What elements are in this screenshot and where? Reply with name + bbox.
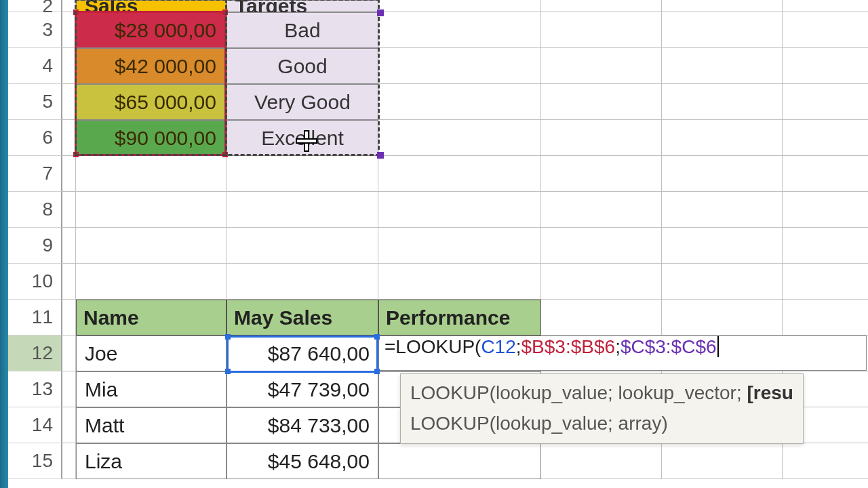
cell-B4[interactable]: $42 000,00 <box>76 48 226 84</box>
cell-A12[interactable] <box>62 336 76 371</box>
cell-A15[interactable] <box>62 443 76 479</box>
cell-C14[interactable]: $84 733,00 <box>226 407 378 443</box>
cell-A10[interactable] <box>62 264 76 300</box>
cell-B12[interactable]: Joe <box>76 336 226 371</box>
cell-E7[interactable] <box>541 156 662 192</box>
cell-A5[interactable] <box>62 84 76 120</box>
spreadsheet-view[interactable]: 2 Sales Targets 3 $28 000,00 Bad 4 $42 0… <box>0 0 868 488</box>
cell-C3[interactable]: Bad <box>226 12 378 48</box>
cell-C8[interactable] <box>226 192 378 228</box>
cell-E10[interactable] <box>541 264 662 300</box>
cell-F15[interactable] <box>662 443 783 479</box>
row-header-5[interactable]: 5 <box>8 84 62 120</box>
cell-D2[interactable] <box>378 0 541 12</box>
cell-F8[interactable] <box>662 192 783 228</box>
row-header-2[interactable]: 2 <box>8 0 62 12</box>
cell-C4[interactable]: Good <box>226 48 378 84</box>
cell-F3[interactable] <box>662 12 783 48</box>
cell-C11[interactable]: May Sales <box>226 300 378 336</box>
cell-F11[interactable] <box>662 300 783 336</box>
cell-F10[interactable] <box>662 264 783 300</box>
row-header-10[interactable]: 10 <box>8 264 62 300</box>
cell-F2[interactable] <box>662 0 783 12</box>
cell-B3[interactable]: $28 000,00 <box>76 12 226 48</box>
cell-G5[interactable] <box>783 84 868 120</box>
cell-C9[interactable] <box>226 228 378 264</box>
cell-B14[interactable]: Matt <box>76 407 226 443</box>
cell-C2[interactable]: Targets <box>226 0 378 12</box>
cell-E3[interactable] <box>541 12 662 48</box>
cell-B15[interactable]: Liza <box>76 443 226 479</box>
cell-E2[interactable] <box>541 0 662 12</box>
cell-D15[interactable] <box>378 443 541 479</box>
cell-G7[interactable] <box>783 156 868 192</box>
cell-C7[interactable] <box>226 156 378 192</box>
cell-C5[interactable]: Very Good <box>226 84 378 120</box>
cell-G15[interactable] <box>783 443 868 479</box>
cell-D3[interactable] <box>378 12 541 48</box>
cell-F4[interactable] <box>662 48 783 84</box>
cell-B10[interactable] <box>76 264 226 300</box>
row-header-3[interactable]: 3 <box>8 12 62 48</box>
row-header-8[interactable]: 8 <box>8 192 62 228</box>
cell-A2[interactable] <box>62 0 76 12</box>
row-header-15[interactable]: 15 <box>8 443 62 479</box>
cell-B2[interactable]: Sales <box>76 0 226 12</box>
cell-D8[interactable] <box>378 192 541 228</box>
cell-B8[interactable] <box>76 192 226 228</box>
row-header-13[interactable]: 13 <box>8 371 62 407</box>
cell-G8[interactable] <box>783 192 868 228</box>
cell-D7[interactable] <box>378 156 541 192</box>
cell-F7[interactable] <box>662 156 783 192</box>
cell-A9[interactable] <box>62 228 76 264</box>
cell-A14[interactable] <box>62 407 76 443</box>
cell-G9[interactable] <box>783 228 868 264</box>
cell-A11[interactable] <box>62 300 76 336</box>
cell-D4[interactable] <box>378 48 541 84</box>
cell-G11[interactable] <box>783 300 868 336</box>
tooltip-overload-1[interactable]: LOOKUP(lookup_value; lookup_vector; [res… <box>410 378 793 409</box>
formula-editor[interactable]: =LOOKUP(C12;$B$3:$B$6;$C$3:$C$6 <box>378 336 867 371</box>
formula-tooltip[interactable]: LOOKUP(lookup_value; lookup_vector; [res… <box>400 373 804 444</box>
cell-A6[interactable] <box>62 120 76 156</box>
cell-F6[interactable] <box>662 120 783 156</box>
cell-G6[interactable] <box>783 120 868 156</box>
cell-G2[interactable] <box>783 0 868 12</box>
grid[interactable]: 2 Sales Targets 3 $28 000,00 Bad 4 $42 0… <box>8 0 868 488</box>
cell-D9[interactable] <box>378 228 541 264</box>
cell-E6[interactable] <box>541 120 662 156</box>
cell-E5[interactable] <box>541 84 662 120</box>
cell-E4[interactable] <box>541 48 662 84</box>
cell-D10[interactable] <box>378 264 541 300</box>
cell-C10[interactable] <box>226 264 378 300</box>
cell-A13[interactable] <box>62 371 76 407</box>
cell-E8[interactable] <box>541 192 662 228</box>
cell-B6[interactable]: $90 000,00 <box>76 120 226 156</box>
cell-F9[interactable] <box>662 228 783 264</box>
row-header-7[interactable]: 7 <box>8 156 62 192</box>
row-header-4[interactable]: 4 <box>8 48 62 84</box>
cell-B13[interactable]: Mia <box>76 371 226 407</box>
cell-C15[interactable]: $45 648,00 <box>226 443 378 479</box>
cell-D5[interactable] <box>378 84 541 120</box>
row-header-6[interactable]: 6 <box>8 120 62 156</box>
cell-B7[interactable] <box>76 156 226 192</box>
cell-G3[interactable] <box>783 12 868 48</box>
cell-C12[interactable]: $87 640,00 <box>226 336 378 371</box>
cell-A7[interactable] <box>62 156 76 192</box>
cell-B9[interactable] <box>76 228 226 264</box>
cell-D12[interactable]: =LOOKUP(C12;$B$3:$B$6;$C$3:$C$6 LOOKUP(l… <box>378 336 541 371</box>
cell-C13[interactable]: $47 739,00 <box>226 371 378 407</box>
cell-B11[interactable]: Name <box>76 300 226 336</box>
cell-B5[interactable]: $65 000,00 <box>76 84 226 120</box>
row-header-12[interactable]: 12 <box>8 336 62 371</box>
cell-E15[interactable] <box>541 443 662 479</box>
cell-D11[interactable]: Performance <box>378 300 541 336</box>
cell-E11[interactable] <box>541 300 662 336</box>
cell-C6[interactable]: Excellent <box>226 120 378 156</box>
tooltip-overload-2[interactable]: LOOKUP(lookup_value; array) <box>410 409 793 439</box>
cell-F5[interactable] <box>662 84 783 120</box>
cell-A3[interactable] <box>62 12 76 48</box>
row-header-11[interactable]: 11 <box>8 300 62 336</box>
cell-G4[interactable] <box>783 48 868 84</box>
